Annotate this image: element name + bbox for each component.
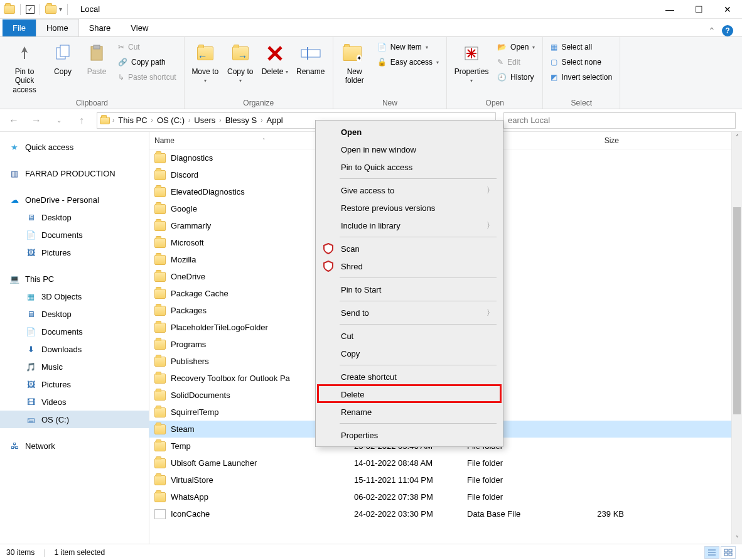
open-button[interactable]: 📂Open ▾: [495, 40, 537, 55]
folder-icon: [154, 255, 166, 265]
ctx-give-access[interactable]: Give access to〉: [316, 181, 503, 199]
breadcrumb[interactable]: OS (C:): [156, 116, 186, 125]
file-name: Grammarly: [171, 221, 211, 230]
sidebar-onedrive[interactable]: ☁OneDrive - Personal: [0, 191, 149, 208]
close-button[interactable]: ✕: [713, 0, 742, 19]
select-none-button[interactable]: ▢Select none: [548, 55, 615, 70]
sidebar-item[interactable]: 📄Documents: [0, 226, 149, 244]
ctx-properties[interactable]: Properties: [316, 426, 503, 444]
svg-rect-13: [724, 549, 728, 552]
sidebar-item-os-c[interactable]: 🖴OS (C:): [0, 411, 149, 428]
ribbon-group-new: ✦ New folder 📄New item ▾ 🔓Easy access ▾ …: [333, 37, 447, 109]
table-row[interactable]: VirtualStore15-11-2021 11:04 PMFile fold…: [149, 471, 742, 488]
move-to-button[interactable]: ← Move to ▾: [190, 40, 221, 88]
file-name: Packages: [171, 306, 207, 315]
sidebar-this-pc[interactable]: 💻This PC: [0, 270, 149, 288]
tab-share[interactable]: Share: [79, 19, 121, 36]
paste-shortcut-button[interactable]: ↳Paste shortcut: [116, 70, 179, 85]
scroll-up-icon[interactable]: ˄: [732, 132, 742, 143]
ctx-cut[interactable]: Cut: [316, 327, 503, 345]
ctx-send-to[interactable]: Send to〉: [316, 304, 503, 321]
breadcrumb[interactable]: Users: [193, 116, 217, 125]
sidebar-item[interactable]: ⬇Downloads: [0, 340, 149, 358]
breadcrumb[interactable]: Blessy S: [224, 116, 259, 125]
ctx-create-shortcut[interactable]: Create shortcut: [316, 368, 503, 385]
copy-to-button[interactable]: → Copy to ▾: [225, 40, 256, 88]
ctx-shred[interactable]: Shred: [316, 257, 503, 275]
sidebar-item[interactable]: 📄Documents: [0, 323, 149, 340]
sidebar-item[interactable]: 🎞Videos: [0, 393, 149, 411]
sidebar-item[interactable]: 🎵Music: [0, 358, 149, 375]
easy-access-button[interactable]: 🔓Easy access ▾: [375, 55, 441, 70]
ctx-pin-quick[interactable]: Pin to Quick access: [316, 158, 503, 176]
ctx-open-new-window[interactable]: Open in new window: [316, 141, 503, 158]
copy-button[interactable]: Copy: [48, 40, 78, 78]
col-size[interactable]: Size: [561, 136, 624, 145]
copy-path-button[interactable]: 🔗Copy path: [116, 55, 179, 70]
table-row[interactable]: IconCache24-02-2022 03:30 PMData Base Fi…: [149, 505, 742, 522]
collapse-ribbon-icon[interactable]: ⌃: [708, 26, 716, 36]
file-type: Data Base File: [467, 509, 561, 519]
folder-icon: [154, 458, 166, 468]
scroll-down-icon[interactable]: ˅: [732, 533, 742, 544]
ribbon-tabs: File Home Share View ⌃ ?: [0, 19, 742, 36]
recent-button[interactable]: ⌄: [51, 113, 67, 128]
help-icon[interactable]: ?: [722, 25, 733, 36]
window-title: Local: [74, 4, 100, 14]
folder-icon: [154, 323, 166, 333]
details-view-button[interactable]: [704, 546, 719, 559]
select-all-button[interactable]: ▦Select all: [548, 40, 615, 55]
paste-button[interactable]: Paste: [82, 40, 112, 78]
file-type: File folder: [467, 458, 561, 468]
sidebar-item[interactable]: 🖥Desktop: [0, 208, 149, 226]
ctx-pin-start[interactable]: Pin to Start: [316, 281, 503, 298]
search-input[interactable]: earch Local: [503, 112, 736, 129]
edit-button[interactable]: ✎Edit: [495, 55, 537, 70]
cut-button[interactable]: ✂Cut: [116, 40, 179, 55]
history-button[interactable]: 🕘History: [495, 70, 537, 85]
ctx-scan[interactable]: Scan: [316, 240, 503, 257]
breadcrumb[interactable]: This PC: [117, 116, 148, 125]
table-row[interactable]: Ubisoft Game Launcher14-01-2022 08:48 AM…: [149, 455, 742, 471]
ctx-copy[interactable]: Copy: [316, 345, 503, 362]
up-button[interactable]: ↑: [74, 113, 89, 128]
table-row[interactable]: WhatsApp06-02-2022 07:38 PMFile folder: [149, 488, 742, 505]
ctx-restore[interactable]: Restore previous versions: [316, 199, 503, 217]
tab-home[interactable]: Home: [36, 19, 79, 36]
sidebar-item[interactable]: 🖥Desktop: [0, 305, 149, 323]
sidebar-item[interactable]: 🖼Pictures: [0, 244, 149, 261]
new-folder-button[interactable]: ✦ New folder: [338, 40, 371, 88]
invert-selection-button[interactable]: ◩Invert selection: [548, 70, 615, 85]
sidebar-farrad[interactable]: ▥FARRAD PRODUCTION: [0, 164, 149, 182]
qat-checkbox-icon[interactable]: ✓: [26, 5, 35, 14]
vertical-scrollbar[interactable]: ˄ ˅: [731, 132, 742, 544]
maximize-button[interactable]: ☐: [684, 0, 713, 19]
properties-button[interactable]: Properties ▾: [452, 40, 491, 88]
new-item-button[interactable]: 📄New item ▾: [375, 40, 441, 55]
ctx-open[interactable]: Open: [316, 123, 503, 141]
pin-to-quick-access-button[interactable]: Pin to Quick access: [5, 40, 44, 97]
sidebar-network[interactable]: 🖧Network: [0, 437, 149, 455]
ctx-include-library[interactable]: Include in library〉: [316, 217, 503, 234]
qat-folder-icon[interactable]: [45, 5, 56, 14]
scroll-thumb[interactable]: [733, 207, 741, 414]
minimize-button[interactable]: —: [655, 0, 684, 19]
breadcrumb[interactable]: Appl: [266, 116, 284, 125]
delete-button[interactable]: Delete ▾: [260, 40, 290, 78]
ctx-rename[interactable]: Rename: [316, 403, 503, 421]
tab-view[interactable]: View: [121, 19, 158, 36]
icons-view-button[interactable]: [721, 546, 736, 559]
sidebar-item[interactable]: 🖼Pictures: [0, 375, 149, 393]
sidebar-item[interactable]: ▦3D Objects: [0, 288, 149, 305]
folder-icon: [154, 374, 166, 384]
rename-button[interactable]: Rename: [294, 40, 328, 78]
file-date: 15-11-2021 11:04 PM: [354, 475, 467, 485]
tab-file[interactable]: File: [3, 19, 36, 36]
downloads-icon: ⬇: [25, 343, 36, 355]
back-button[interactable]: ←: [6, 113, 21, 128]
svg-rect-2: [60, 45, 69, 57]
ctx-delete[interactable]: Delete: [316, 385, 503, 403]
sidebar-quick-access[interactable]: ★Quick access: [0, 138, 149, 156]
forward-button[interactable]: →: [29, 113, 44, 128]
chevron-right-icon: 〉: [487, 308, 494, 318]
